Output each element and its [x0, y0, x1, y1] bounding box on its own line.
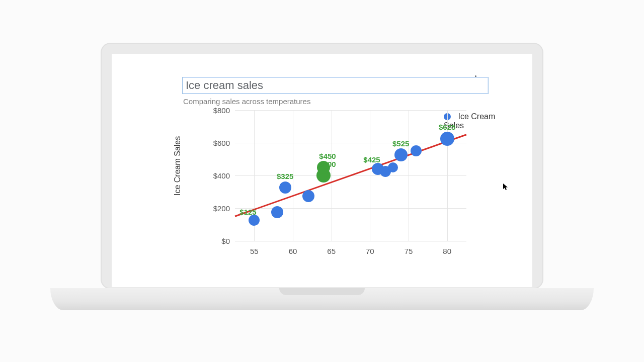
- y-tick: $800: [200, 106, 230, 115]
- svg-line-0: [235, 135, 466, 217]
- screen-content: Comparing sales across temperatures Ice …: [112, 54, 532, 287]
- y-tick: $600: [200, 139, 230, 147]
- data-label: $625: [439, 123, 455, 131]
- data-point[interactable]: [388, 162, 398, 172]
- cursor-icon: [503, 184, 508, 191]
- x-tick: 80: [443, 247, 451, 255]
- data-label: $125: [239, 208, 256, 216]
- laptop-base: [50, 288, 594, 310]
- data-point[interactable]: [302, 190, 314, 202]
- data-point[interactable]: [440, 132, 454, 146]
- data-point[interactable]: [271, 206, 283, 218]
- data-label: $400: [319, 160, 336, 168]
- x-axis-line: [235, 241, 466, 241]
- x-tick: 60: [289, 247, 297, 255]
- chart-title-input[interactable]: [182, 77, 489, 94]
- chart-subtitle: Comparing sales across temperatures: [183, 97, 310, 106]
- data-label: $450: [319, 152, 336, 160]
- plot-area: $125 $325 $450 $400 $425: [235, 110, 466, 241]
- laptop-screen: Comparing sales across temperatures Ice …: [101, 43, 543, 289]
- data-point[interactable]: [411, 145, 422, 156]
- trendline: [235, 110, 466, 241]
- y-tick: $400: [200, 171, 230, 180]
- laptop-notch: [279, 288, 365, 295]
- data-label: $525: [392, 139, 409, 148]
- chart-card: Comparing sales across temperatures Ice …: [147, 64, 497, 282]
- y-tick: $0: [200, 237, 230, 245]
- data-point[interactable]: [394, 148, 408, 161]
- x-tick: 70: [366, 247, 374, 255]
- laptop-frame: Comparing sales across temperatures Ice …: [101, 43, 543, 312]
- y-axis-title: Ice Cream Sales: [173, 136, 182, 196]
- data-point[interactable]: [249, 215, 260, 226]
- data-label: $325: [277, 172, 293, 180]
- chart-plot: Ice Cream Sales $0 $200 $400 $600 $800: [177, 110, 474, 286]
- x-tick: 75: [405, 247, 413, 255]
- x-tick: 55: [250, 247, 259, 255]
- data-point[interactable]: [279, 182, 291, 194]
- y-tick: $200: [200, 204, 230, 213]
- x-tick: 65: [327, 247, 336, 255]
- data-label: $425: [363, 155, 380, 164]
